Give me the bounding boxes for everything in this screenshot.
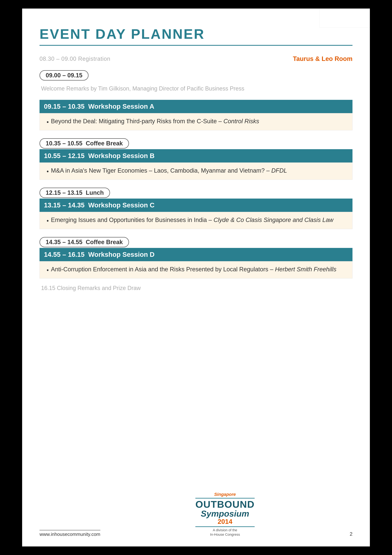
session-b-content: • M&A in Asia's New Tiger Economies – La… — [40, 162, 352, 180]
session-a-bullet: • Beyond the Deal: Mitigating Third-part… — [47, 117, 348, 127]
logo-year: 2014 — [195, 518, 255, 526]
coffee-break-2-badge: 14.35 – 14.55 Coffee Break — [40, 237, 129, 247]
session-d-header: 14.55 – 16.15 Workshop Session D — [40, 248, 352, 261]
footer-website: www.inhousecommunity.com — [40, 530, 100, 537]
coffee-break-1-badge: 10.35 – 10.55 Coffee Break — [40, 138, 129, 149]
session-b-header: 10.55 – 12.15 Workshop Session B — [40, 149, 352, 162]
footer-left: www.inhousecommunity.com — [40, 530, 100, 537]
registration-row: 08.30 – 09.00 Registration Taurus & Leo … — [40, 55, 352, 62]
page-number: 2 — [350, 531, 352, 537]
bullet-dot-b: • — [47, 167, 49, 176]
session-c-bullet: • Emerging Issues and Opportunities for … — [47, 215, 348, 226]
top-right-box — [319, 8, 370, 28]
session-c-header: 13.15 – 14.35 Workshop Session C — [40, 198, 352, 212]
logo-singapore: Singapore — [195, 492, 255, 497]
page: EVENT DAY PLANNER 08.30 – 09.00 Registra… — [22, 8, 370, 547]
logo-line-2 — [195, 526, 255, 527]
lunch-row: 12.15 – 13.15 Lunch — [40, 186, 352, 198]
logo-line — [195, 498, 255, 498]
room-label: Taurus & Leo Room — [293, 55, 352, 62]
footer: www.inhousecommunity.com Singapore OUTBO… — [40, 492, 352, 537]
logo-area: Singapore OUTBOUND Symposium 2014 A divi… — [195, 492, 255, 537]
logo-sub2: In-House Congress — [195, 532, 255, 537]
welcome-time-badge: 09.00 – 09.15 — [40, 70, 88, 80]
footer-right: 2 — [350, 531, 352, 537]
welcome-text: Welcome Remarks by Tim Gilkison, Managin… — [40, 85, 352, 92]
registration-text: 08.30 – 09.00 Registration — [40, 56, 110, 62]
bullet-dot-d: • — [47, 266, 49, 275]
session-d-bullet-text: Anti-Corruption Enforcement in Asia and … — [51, 265, 336, 274]
logo-outbound: OUTBOUND — [195, 499, 255, 509]
coffee-break-1-row: 10.35 – 10.55 Coffee Break — [40, 137, 352, 149]
session-a-header: 09.15 – 10.35 Workshop Session A — [40, 100, 352, 113]
lunch-badge: 12.15 – 13.15 Lunch — [40, 188, 110, 198]
session-c-content: • Emerging Issues and Opportunities for … — [40, 212, 352, 229]
logo-symposium: Symposium — [195, 509, 255, 518]
session-b-bullet-text: M&A in Asia's New Tiger Economies – Laos… — [51, 166, 287, 175]
coffee-break-2-row: 14.35 – 14.55 Coffee Break — [40, 235, 352, 247]
session-d-content: • Anti-Corruption Enforcement in Asia an… — [40, 261, 352, 278]
session-b-bullet: • M&A in Asia's New Tiger Economies – La… — [47, 166, 348, 176]
logo-sub1: A division of the — [195, 528, 255, 533]
session-a-bullet-text: Beyond the Deal: Mitigating Third-party … — [51, 117, 259, 126]
session-d-bullet: • Anti-Corruption Enforcement in Asia an… — [47, 265, 348, 275]
closing-text: 16.15 Closing Remarks and Prize Draw — [40, 285, 352, 292]
session-a-content: • Beyond the Deal: Mitigating Third-part… — [40, 113, 352, 130]
bullet-dot: • — [47, 118, 49, 127]
session-c-bullet-text: Emerging Issues and Opportunities for Bu… — [51, 215, 333, 225]
page-title: EVENT DAY PLANNER — [40, 26, 352, 46]
bullet-dot-c: • — [47, 216, 49, 226]
